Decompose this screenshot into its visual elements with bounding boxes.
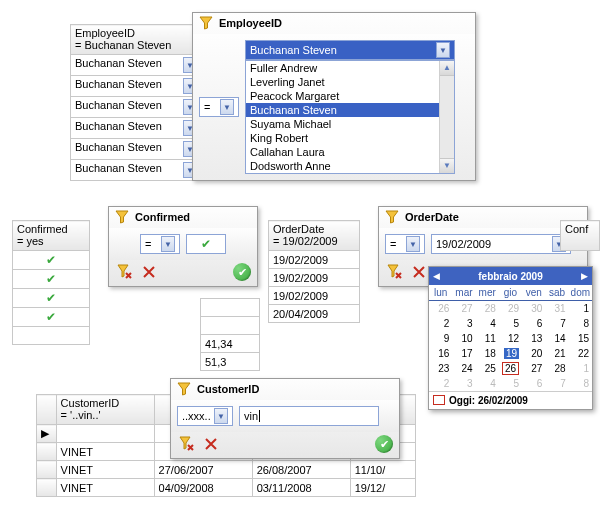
popup-titlebar[interactable]: OrderDate bbox=[379, 207, 587, 228]
calendar-day[interactable]: 27 bbox=[452, 301, 475, 316]
orderdate-cell[interactable]: 19/02/2009 bbox=[269, 269, 360, 287]
customerid-cell[interactable]: VINET bbox=[56, 443, 154, 461]
apply-filter-button[interactable]: ✔ bbox=[375, 435, 393, 453]
numeric-cell[interactable]: 51,3 bbox=[201, 353, 260, 371]
calendar-day[interactable]: 27 bbox=[522, 361, 545, 376]
confirmed-cell[interactable]: ✔ bbox=[13, 270, 90, 289]
date-select[interactable]: 19/02/2009 ▼ bbox=[431, 234, 571, 254]
confirmed-cell[interactable]: ✔ bbox=[13, 251, 90, 270]
calendar-day[interactable]: 9 bbox=[429, 331, 452, 346]
operator-select[interactable]: = ▼ bbox=[140, 234, 180, 254]
popup-titlebar[interactable]: CustomerID bbox=[171, 379, 399, 400]
customerid-cell[interactable]: VINET bbox=[56, 479, 154, 497]
calendar-day[interactable]: 19 bbox=[499, 346, 522, 361]
orderdate-cell[interactable]: 19/02/2009 bbox=[269, 251, 360, 269]
calendar-day[interactable]: 10 bbox=[452, 331, 475, 346]
calendar-day[interactable]: 25 bbox=[476, 361, 499, 376]
apply-filter-button[interactable]: ✔ bbox=[233, 263, 251, 281]
reset-filter-button[interactable] bbox=[201, 434, 221, 454]
calendar-day[interactable]: 7 bbox=[545, 316, 568, 331]
confirmed-col-header[interactable]: Confirmed = yes bbox=[13, 221, 90, 251]
clear-filter-button[interactable] bbox=[115, 262, 135, 282]
date1-cell[interactable]: 27/06/2007 bbox=[154, 461, 252, 479]
popup-titlebar[interactable]: Confirmed bbox=[109, 207, 257, 228]
calendar-day[interactable]: 20 bbox=[522, 346, 545, 361]
calendar-next-button[interactable]: ▶ bbox=[581, 271, 588, 281]
row-selector[interactable] bbox=[37, 443, 57, 461]
popup-titlebar[interactable]: EmployeeID bbox=[193, 13, 475, 34]
dropdown-option[interactable]: Dodsworth Anne bbox=[246, 159, 454, 173]
orderdate-cell[interactable]: 20/04/2009 bbox=[269, 305, 360, 323]
calendar-day[interactable]: 31 bbox=[545, 301, 568, 316]
employee-cell[interactable]: Buchanan Steven▼ bbox=[71, 118, 202, 139]
row-selector[interactable] bbox=[37, 461, 57, 479]
value-input[interactable]: vin bbox=[239, 406, 379, 426]
calendar-day[interactable]: 29 bbox=[499, 301, 522, 316]
confirmed-cell[interactable] bbox=[13, 327, 90, 345]
customerid-cell[interactable]: VINET bbox=[56, 425, 154, 443]
calendar-day[interactable]: 30 bbox=[522, 301, 545, 316]
date2-cell[interactable]: 26/08/2007 bbox=[252, 461, 350, 479]
calendar-day[interactable]: 1 bbox=[569, 361, 592, 376]
calendar-day[interactable]: 23 bbox=[429, 361, 452, 376]
value-checkbox[interactable]: ✔ bbox=[186, 234, 226, 254]
dropdown-option[interactable]: Suyama Michael bbox=[246, 117, 454, 131]
calendar-day[interactable]: 26 bbox=[499, 361, 522, 376]
calendar-day[interactable]: 6 bbox=[522, 376, 545, 391]
dropdown-option[interactable]: Fuller Andrew bbox=[246, 61, 454, 75]
calendar-day[interactable]: 22 bbox=[569, 346, 592, 361]
calendar-day[interactable]: 2 bbox=[429, 376, 452, 391]
calendar-day[interactable]: 8 bbox=[569, 316, 592, 331]
calendar-day[interactable]: 2 bbox=[429, 316, 452, 331]
confirmed-cell[interactable]: ✔ bbox=[13, 289, 90, 308]
calendar-day[interactable]: 4 bbox=[476, 376, 499, 391]
calendar-day[interactable]: 28 bbox=[476, 301, 499, 316]
employee-col-header[interactable]: EmployeeID = Buchanan Steven bbox=[71, 25, 202, 55]
calendar-prev-button[interactable]: ◀ bbox=[433, 271, 440, 281]
calendar-day[interactable]: 17 bbox=[452, 346, 475, 361]
calendar-day[interactable]: 8 bbox=[569, 376, 592, 391]
calendar-day[interactable]: 12 bbox=[499, 331, 522, 346]
scroll-up-button[interactable]: ▲ bbox=[440, 61, 454, 76]
operator-select[interactable]: = ▼ bbox=[199, 97, 239, 117]
confirmed-cell[interactable]: ✔ bbox=[13, 308, 90, 327]
value-select[interactable]: Buchanan Steven ▼ bbox=[245, 40, 455, 60]
orderdate-cell[interactable]: 19/02/2009 bbox=[269, 287, 360, 305]
scroll-down-button[interactable]: ▼ bbox=[440, 158, 454, 173]
calendar-day[interactable]: 3 bbox=[452, 316, 475, 331]
calendar-day[interactable]: 28 bbox=[545, 361, 568, 376]
calendar-day[interactable]: 16 bbox=[429, 346, 452, 361]
reset-filter-button[interactable] bbox=[139, 262, 159, 282]
calendar-day[interactable]: 5 bbox=[499, 316, 522, 331]
date1-cell[interactable]: 04/09/2008 bbox=[154, 479, 252, 497]
calendar-today-button[interactable]: Oggi: 26/02/2009 bbox=[429, 391, 592, 409]
clear-filter-button[interactable] bbox=[385, 262, 405, 282]
customerid-col-header[interactable]: CustomerID = '..vin..' bbox=[56, 395, 154, 425]
employee-dropdown-list[interactable]: Fuller AndrewLeverling JanetPeacock Marg… bbox=[245, 60, 455, 174]
calendar-day[interactable]: 3 bbox=[452, 376, 475, 391]
dropdown-option[interactable]: Callahan Laura bbox=[246, 145, 454, 159]
calendar-day[interactable]: 4 bbox=[476, 316, 499, 331]
numeric-cell[interactable] bbox=[201, 317, 260, 335]
employee-cell[interactable]: Buchanan Steven▼ bbox=[71, 76, 202, 97]
operator-select[interactable]: = ▼ bbox=[385, 234, 425, 254]
dropdown-option[interactable]: Leverling Janet bbox=[246, 75, 454, 89]
calendar-day[interactable]: 11 bbox=[476, 331, 499, 346]
operator-select[interactable]: ..xxx.. ▼ bbox=[177, 406, 233, 426]
orderdate-col-header[interactable]: OrderDate = 19/02/2009 bbox=[269, 221, 360, 251]
employee-cell[interactable]: Buchanan Steven▼ bbox=[71, 160, 202, 181]
calendar-day[interactable]: 7 bbox=[545, 376, 568, 391]
calendar-day[interactable]: 13 bbox=[522, 331, 545, 346]
employee-cell[interactable]: Buchanan Steven▼ bbox=[71, 97, 202, 118]
date3-cell[interactable]: 19/12/ bbox=[350, 479, 415, 497]
dropdown-option[interactable]: King Robert bbox=[246, 131, 454, 145]
numeric-cell[interactable]: 41,34 bbox=[201, 335, 260, 353]
calendar-day[interactable]: 24 bbox=[452, 361, 475, 376]
calendar-day[interactable]: 18 bbox=[476, 346, 499, 361]
employee-cell[interactable]: Buchanan Steven▼ bbox=[71, 139, 202, 160]
row-selector[interactable]: ▶ bbox=[37, 425, 57, 443]
calendar-day[interactable]: 1 bbox=[569, 301, 592, 316]
customerid-cell[interactable]: VINET bbox=[56, 461, 154, 479]
calendar-day[interactable]: 21 bbox=[545, 346, 568, 361]
dropdown-option[interactable]: Peacock Margaret bbox=[246, 89, 454, 103]
